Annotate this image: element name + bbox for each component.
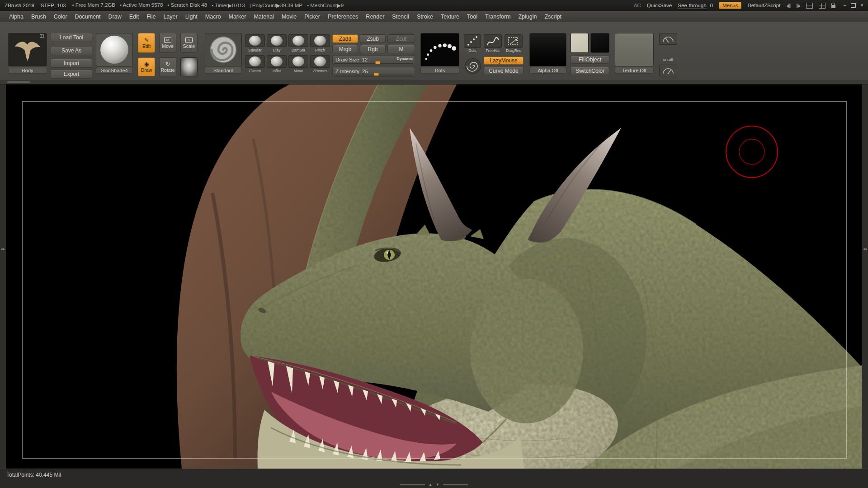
up-arrow-icon[interactable]: ▲ [429, 483, 432, 487]
brush-preset-clay[interactable] [267, 34, 287, 47]
curve-mode-button[interactable]: Curve Mode [484, 67, 524, 75]
right-arrow-icon[interactable]: ▶ [865, 247, 868, 250]
material-thumbnail[interactable] [96, 33, 133, 66]
left-edge-scroll[interactable]: ◀▶ [0, 247, 5, 250]
quick-sketch-gauge-button[interactable] [659, 33, 677, 45]
scale-mode-button[interactable]: S Scale [180, 33, 198, 53]
draw-size-slider[interactable]: Draw Size12 Dynamic [332, 55, 415, 65]
onoff-toggle[interactable]: on:off [659, 57, 677, 62]
default-zscript-button[interactable]: DefaultZScript [747, 3, 780, 8]
menus-button[interactable]: Menus [719, 2, 742, 9]
slider-handle[interactable] [374, 73, 379, 76]
ac-toggle[interactable]: AC [634, 3, 641, 8]
lazymouse-spiral-button[interactable] [465, 58, 481, 74]
import-button[interactable]: Import [51, 59, 92, 68]
alpha-thumbnail[interactable] [529, 33, 566, 66]
load-tool-button[interactable]: Load Tool [51, 33, 92, 42]
menu-file[interactable]: File [143, 13, 159, 21]
menu-light[interactable]: Light [182, 13, 201, 21]
switch-color-button[interactable]: SwitchColor [571, 67, 609, 75]
document-canvas[interactable]: ◀▶ ◀▶ [0, 84, 868, 469]
stroke-name-label[interactable]: Dots [420, 67, 459, 74]
menu-brush[interactable]: Brush [28, 13, 50, 21]
shrink-right-icon[interactable]: |||▸ [796, 3, 800, 8]
right-edge-scroll[interactable]: ◀▶ [863, 247, 868, 250]
quicksave-button[interactable]: QuickSave [647, 3, 672, 8]
stroke-dots-button[interactable] [464, 34, 481, 48]
lazymouse-button[interactable]: LazyMouse [484, 56, 524, 65]
brush-preset-zremesher[interactable] [310, 55, 330, 68]
left-arrow-icon[interactable]: ◀ [863, 247, 865, 250]
menu-tool[interactable]: Tool [463, 13, 481, 21]
brush-preset-move[interactable] [288, 55, 308, 68]
texture-off-label[interactable]: Texture Off [615, 67, 654, 74]
stroke-thumbnail[interactable] [420, 33, 459, 66]
draw-mode-button[interactable]: ◉ Draw [138, 57, 155, 76]
brush-preset-inflate[interactable] [267, 55, 287, 68]
see-through-slider[interactable]: See-through0 [678, 3, 713, 8]
edit-mode-button[interactable]: ✎ Edit [138, 33, 155, 53]
brush-preset-flatten[interactable] [245, 55, 265, 68]
menu-texture[interactable]: Texture [437, 13, 463, 21]
alpha-off-label[interactable]: Alpha Off [529, 67, 566, 74]
minimize-icon[interactable]: − [843, 2, 846, 9]
texture-thumbnail[interactable] [615, 33, 654, 66]
rgb-button[interactable]: Rgb [360, 45, 386, 53]
menu-macro[interactable]: Macro [202, 13, 225, 21]
menu-layer[interactable]: Layer [160, 13, 181, 21]
secondary-color-swatch[interactable] [590, 33, 609, 53]
menu-marker[interactable]: Marker [225, 13, 250, 21]
lock-icon[interactable] [831, 5, 835, 8]
zadd-button[interactable]: Zadd [332, 34, 358, 43]
down-arrow-icon[interactable]: ▼ [436, 483, 439, 487]
scroll-line[interactable] [400, 484, 425, 485]
export-button[interactable]: Export [51, 70, 92, 79]
menu-stencil[interactable]: Stencil [388, 13, 413, 21]
divider-rows-icon[interactable] [806, 3, 813, 9]
menu-draw[interactable]: Draw [105, 13, 125, 21]
menu-material[interactable]: Material [250, 13, 277, 21]
zcut-button[interactable]: Zcut [387, 34, 415, 43]
horizontal-scroll-strip[interactable] [0, 80, 868, 84]
save-as-button[interactable]: Save As [51, 46, 92, 55]
shrink-left-icon[interactable]: ◂||| [786, 3, 790, 8]
move-mode-button[interactable]: M Move [159, 33, 176, 53]
brush-preset-pinch[interactable] [310, 34, 330, 47]
menu-preferences[interactable]: Preferences [324, 13, 362, 21]
m-button[interactable]: M [387, 45, 415, 53]
mrgb-button[interactable]: Mrgb [332, 45, 358, 53]
brush-thumbnail[interactable] [205, 33, 242, 66]
menu-color[interactable]: Color [50, 13, 71, 21]
divider-grid-icon[interactable] [819, 3, 826, 9]
menu-zplugin[interactable]: Zplugin [514, 13, 540, 21]
scroll-line[interactable] [443, 484, 468, 485]
stroke-dragrect-button[interactable] [505, 34, 523, 48]
menu-render[interactable]: Render [362, 13, 388, 21]
menu-transform[interactable]: Transform [481, 13, 514, 21]
menu-movie[interactable]: Movie [278, 13, 300, 21]
brush-preset-damstandard[interactable] [288, 34, 308, 47]
tool-name-label[interactable]: Body [8, 67, 47, 74]
scroll-handle[interactable] [7, 81, 30, 83]
bottom-scroll-widget[interactable]: ▲ ▼ [400, 483, 468, 487]
z-intensity-slider[interactable]: Z Intensity25 [332, 67, 415, 77]
brush-preset-standard[interactable] [245, 34, 265, 47]
left-arrow-icon[interactable]: ◀ [0, 247, 3, 250]
stroke-freehand-button[interactable] [484, 34, 502, 48]
perspective-gauge-button[interactable] [659, 65, 677, 76]
zsub-button[interactable]: Zsub [360, 34, 386, 43]
rotate-mode-button[interactable]: ↻ Rotate [159, 57, 176, 76]
current-alpha-thumbnail[interactable] [180, 57, 198, 76]
menu-stroke[interactable]: Stroke [413, 13, 437, 21]
slider-handle[interactable] [375, 61, 380, 64]
menu-edit[interactable]: Edit [126, 13, 143, 21]
main-color-swatch[interactable] [571, 33, 589, 53]
close-icon[interactable]: × [860, 2, 863, 9]
brush-name-label[interactable]: Standard [205, 67, 242, 74]
fill-object-button[interactable]: FillObject [571, 56, 609, 64]
right-arrow-icon[interactable]: ▶ [3, 247, 5, 250]
menu-zscript[interactable]: Zscript [541, 13, 565, 21]
material-name-label[interactable]: SkinShade4 [96, 67, 133, 74]
menu-picker[interactable]: Picker [301, 13, 324, 21]
menu-document[interactable]: Document [71, 13, 104, 21]
